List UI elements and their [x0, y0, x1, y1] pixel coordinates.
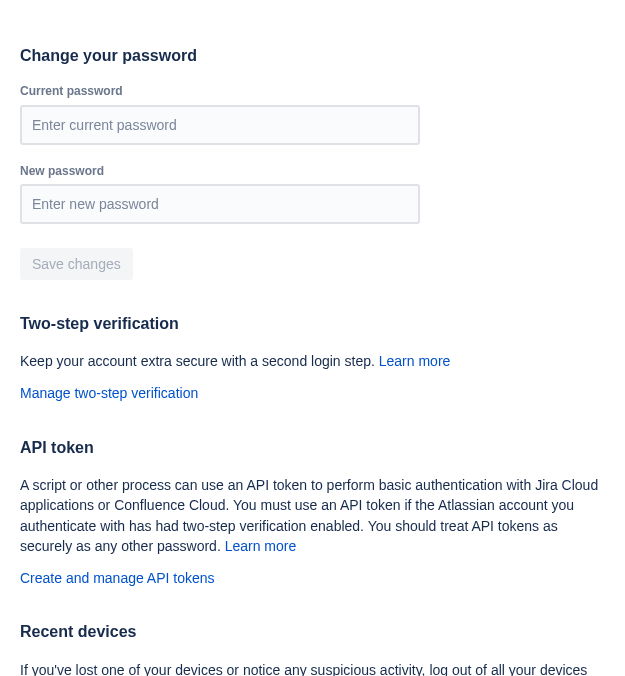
api-token-heading: API token [20, 436, 605, 459]
save-changes-button[interactable]: Save changes [20, 248, 133, 280]
two-step-heading: Two-step verification [20, 312, 605, 335]
two-step-description-text: Keep your account extra secure with a se… [20, 353, 379, 369]
new-password-input[interactable] [20, 184, 420, 224]
api-token-description: A script or other process can use an API… [20, 475, 605, 556]
recent-devices-description-text: If you've lost one of your devices or no… [20, 662, 587, 676]
recent-devices-description: If you've lost one of your devices or no… [20, 660, 605, 676]
current-password-group: Current password [20, 83, 605, 144]
new-password-label: New password [20, 163, 605, 180]
two-step-description: Keep your account extra secure with a se… [20, 351, 605, 371]
manage-two-step-link[interactable]: Manage two-step verification [20, 383, 198, 403]
manage-api-tokens-link[interactable]: Create and manage API tokens [20, 568, 215, 588]
new-password-group: New password [20, 163, 605, 224]
api-token-description-text: A script or other process can use an API… [20, 477, 598, 554]
current-password-label: Current password [20, 83, 605, 100]
api-learn-more-link[interactable]: Learn more [225, 538, 297, 554]
two-step-learn-more-link[interactable]: Learn more [379, 353, 451, 369]
recent-devices-heading: Recent devices [20, 620, 605, 643]
current-password-input[interactable] [20, 105, 420, 145]
change-password-heading: Change your password [20, 44, 605, 67]
